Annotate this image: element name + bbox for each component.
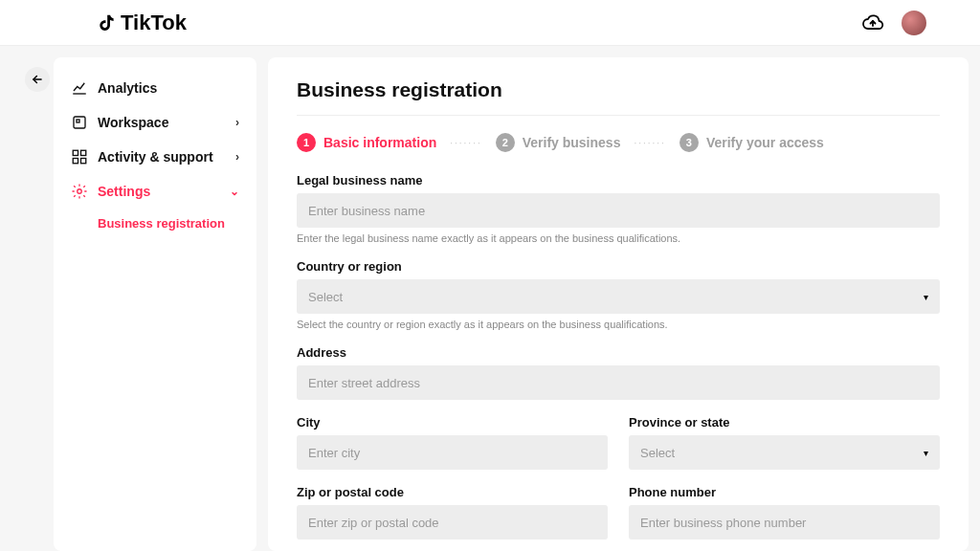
sidebar-subitem-business-registration[interactable]: Business registration xyxy=(63,209,247,238)
divider xyxy=(297,115,940,116)
sidebar-item-label: Analytics xyxy=(98,80,157,96)
step-basic-information[interactable]: 1 Basic information xyxy=(297,133,436,152)
user-avatar[interactable] xyxy=(902,11,926,35)
stepper: 1 Basic information ······· 2 Verify bus… xyxy=(297,133,940,152)
step-connector: ······· xyxy=(450,138,481,148)
sidebar-item-label: Activity & support xyxy=(98,149,213,165)
hint-country: Select the country or region exactly as … xyxy=(297,319,940,330)
hint-legal-name: Enter the legal business name exactly as… xyxy=(297,232,940,244)
select-country[interactable]: Select ▾ xyxy=(297,279,940,314)
select-placeholder: Select xyxy=(640,446,675,460)
workspace-icon xyxy=(71,114,88,131)
field-province: Province or state Select ▾ xyxy=(629,415,940,470)
sidebar-item-workspace[interactable]: Workspace › xyxy=(63,105,247,140)
svg-rect-3 xyxy=(81,150,86,155)
brand-text: TikTok xyxy=(121,11,187,35)
analytics-icon xyxy=(71,79,88,97)
input-legal-name[interactable] xyxy=(297,193,940,228)
step-label: Verify business xyxy=(523,135,621,150)
select-placeholder: Select xyxy=(308,290,343,304)
upload-cloud-icon[interactable] xyxy=(861,11,884,34)
svg-rect-4 xyxy=(73,159,78,164)
chevron-right-icon: › xyxy=(235,116,239,129)
input-zip[interactable] xyxy=(297,505,608,540)
topbar-right xyxy=(861,11,926,35)
field-phone: Phone number xyxy=(629,485,940,540)
input-city[interactable] xyxy=(297,435,608,470)
step-connector: ······· xyxy=(634,138,665,148)
label-address: Address xyxy=(297,345,940,360)
main-panel: Business registration 1 Basic informatio… xyxy=(268,57,969,551)
sidebar-item-settings[interactable]: Settings ⌄ xyxy=(63,174,247,209)
sidebar: Analytics Workspace › Activity & support… xyxy=(54,57,256,551)
field-city: City xyxy=(297,415,608,470)
svg-point-6 xyxy=(78,189,82,194)
field-zip: Zip or postal code xyxy=(297,485,608,540)
svg-rect-5 xyxy=(81,159,86,164)
field-address: Address xyxy=(297,345,940,400)
step-number: 1 xyxy=(297,133,316,152)
step-label: Verify your access xyxy=(706,135,824,150)
chevron-right-icon: › xyxy=(235,150,239,164)
sidebar-item-analytics[interactable]: Analytics xyxy=(63,71,247,105)
svg-rect-2 xyxy=(73,150,78,155)
step-number: 2 xyxy=(496,133,515,152)
shell: Analytics Workspace › Activity & support… xyxy=(0,46,980,551)
label-country: Country or region xyxy=(297,259,940,274)
back-button[interactable] xyxy=(25,67,50,92)
caret-down-icon: ▾ xyxy=(924,292,928,302)
step-label: Basic information xyxy=(323,135,436,150)
svg-rect-1 xyxy=(77,120,79,122)
sidebar-item-activity[interactable]: Activity & support › xyxy=(63,140,247,174)
input-address[interactable] xyxy=(297,365,940,400)
gear-icon xyxy=(71,183,88,200)
label-legal-name: Legal business name xyxy=(297,173,940,187)
brand-logo[interactable]: TikTok xyxy=(96,11,187,35)
step-verify-access[interactable]: 3 Verify your access xyxy=(679,133,824,152)
select-province[interactable]: Select ▾ xyxy=(629,435,940,470)
sidebar-item-label: Settings xyxy=(98,184,150,199)
label-province: Province or state xyxy=(629,415,940,430)
arrow-left-icon xyxy=(31,73,44,86)
tiktok-icon xyxy=(96,12,117,33)
caret-down-icon: ▾ xyxy=(924,448,928,458)
input-phone[interactable] xyxy=(629,505,940,540)
activity-icon xyxy=(71,148,88,165)
step-number: 3 xyxy=(679,133,699,152)
label-phone: Phone number xyxy=(629,485,940,499)
topbar: TikTok xyxy=(0,0,980,46)
field-country: Country or region Select ▾ Select the co… xyxy=(297,259,940,330)
label-zip: Zip or postal code xyxy=(297,485,608,499)
step-verify-business[interactable]: 2 Verify business xyxy=(496,133,621,152)
field-legal-name: Legal business name Enter the legal busi… xyxy=(297,173,940,244)
sidebar-item-label: Workspace xyxy=(98,115,168,130)
page-title: Business registration xyxy=(297,78,940,101)
chevron-down-icon: ⌄ xyxy=(230,185,239,198)
label-city: City xyxy=(297,415,608,430)
